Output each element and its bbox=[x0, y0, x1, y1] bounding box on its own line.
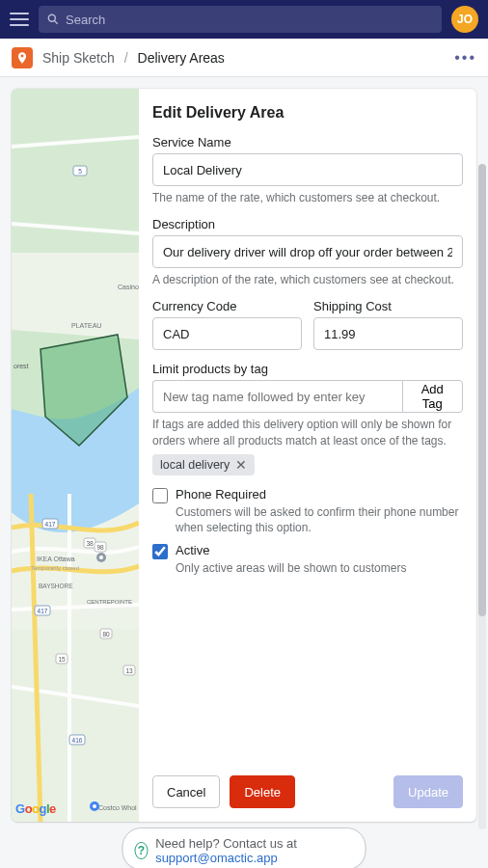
search-input-wrapper[interactable] bbox=[39, 6, 442, 33]
help-icon: ? bbox=[135, 842, 149, 859]
scrollbar-thumb[interactable] bbox=[478, 164, 486, 616]
scrollbar[interactable] bbox=[478, 164, 486, 829]
service-name-label: Service Name bbox=[152, 135, 463, 149]
svg-point-34 bbox=[99, 556, 103, 559]
svg-text:15: 15 bbox=[58, 656, 66, 663]
tag-chip-label: local delivery bbox=[160, 458, 230, 472]
tag-input[interactable] bbox=[152, 380, 402, 413]
avatar[interactable]: JO bbox=[451, 6, 478, 33]
svg-text:38: 38 bbox=[86, 540, 94, 547]
help-pill[interactable]: ? Need help? Contact us at support@omact… bbox=[122, 827, 366, 868]
svg-text:IKEA Ottawa: IKEA Ottawa bbox=[37, 556, 75, 562]
editor-card: PLATEAU orest IKEA Ottawa Temporarily cl… bbox=[12, 89, 476, 822]
help-text: Need help? Contact us at bbox=[155, 836, 297, 851]
tag-chip: local delivery ✕ bbox=[152, 454, 255, 475]
form-title: Edit Delivery Area bbox=[152, 104, 463, 122]
svg-text:Casino: Casino bbox=[118, 284, 139, 290]
active-help: Only active areas will be shown to custo… bbox=[176, 560, 463, 576]
app-icon bbox=[12, 47, 33, 68]
update-button[interactable]: Update bbox=[393, 775, 463, 808]
page-content: PLATEAU orest IKEA Ottawa Temporarily cl… bbox=[0, 77, 488, 868]
active-checkbox[interactable] bbox=[152, 544, 168, 559]
svg-text:PLATEAU: PLATEAU bbox=[71, 322, 101, 329]
svg-text:417: 417 bbox=[38, 608, 48, 614]
svg-text:CENTREPOINTE: CENTREPOINTE bbox=[87, 599, 132, 605]
svg-text:13: 13 bbox=[125, 667, 133, 674]
search-input[interactable] bbox=[66, 13, 434, 27]
svg-point-0 bbox=[48, 14, 55, 21]
delete-button[interactable]: Delete bbox=[230, 775, 295, 808]
help-email-link[interactable]: support@omactic.app bbox=[155, 851, 278, 865]
top-bar: JO bbox=[0, 0, 488, 39]
form-actions: Cancel Delete Update bbox=[152, 775, 463, 808]
svg-rect-4 bbox=[12, 629, 139, 822]
svg-text:98: 98 bbox=[96, 544, 104, 551]
svg-text:BAYSHORE: BAYSHORE bbox=[39, 583, 73, 589]
map-panel[interactable]: PLATEAU orest IKEA Ottawa Temporarily cl… bbox=[12, 89, 139, 822]
phone-required-label: Phone Required bbox=[176, 487, 463, 502]
breadcrumb-separator: / bbox=[124, 50, 128, 66]
phone-required-checkbox[interactable] bbox=[152, 488, 168, 503]
svg-text:Temporarily closed: Temporarily closed bbox=[31, 565, 79, 571]
currency-label: Currency Code bbox=[152, 299, 302, 313]
svg-text:80: 80 bbox=[102, 631, 110, 637]
breadcrumb: Ship Sketch / Delivery Areas ••• bbox=[0, 39, 488, 77]
edit-form: Edit Delivery Area Service Name The name… bbox=[139, 89, 476, 822]
tag-help: If tags are added this delivery option w… bbox=[152, 417, 463, 448]
tag-limit-label: Limit products by tag bbox=[152, 362, 463, 376]
phone-required-help: Customers will be asked to confirm their… bbox=[176, 504, 463, 535]
description-input[interactable] bbox=[152, 235, 463, 268]
svg-text:Costco Whol: Costco Whol bbox=[98, 804, 137, 811]
tag-remove-icon[interactable]: ✕ bbox=[235, 458, 247, 472]
service-name-help: The name of the rate, which customers se… bbox=[152, 190, 463, 205]
shipping-cost-input[interactable] bbox=[313, 317, 463, 350]
shipping-cost-label: Shipping Cost bbox=[313, 299, 463, 313]
add-tag-button[interactable]: Add Tag bbox=[402, 380, 463, 413]
description-help: A description of the rate, which custome… bbox=[152, 272, 463, 287]
svg-text:417: 417 bbox=[45, 521, 56, 528]
svg-line-1 bbox=[54, 20, 57, 23]
service-name-input[interactable] bbox=[152, 153, 463, 186]
cancel-button[interactable]: Cancel bbox=[152, 775, 220, 808]
google-logo: Google bbox=[15, 801, 56, 816]
currency-input[interactable] bbox=[152, 317, 302, 350]
more-menu-icon[interactable]: ••• bbox=[454, 39, 476, 76]
breadcrumb-app[interactable]: Ship Sketch bbox=[42, 50, 115, 66]
menu-icon[interactable] bbox=[10, 10, 29, 29]
breadcrumb-current: Delivery Areas bbox=[138, 50, 225, 66]
svg-text:5: 5 bbox=[78, 168, 82, 175]
search-icon bbox=[46, 13, 60, 26]
svg-text:orest: orest bbox=[14, 363, 29, 369]
active-label: Active bbox=[176, 543, 463, 557]
svg-point-32 bbox=[93, 804, 96, 808]
svg-text:416: 416 bbox=[72, 737, 83, 744]
description-label: Description bbox=[152, 217, 463, 231]
